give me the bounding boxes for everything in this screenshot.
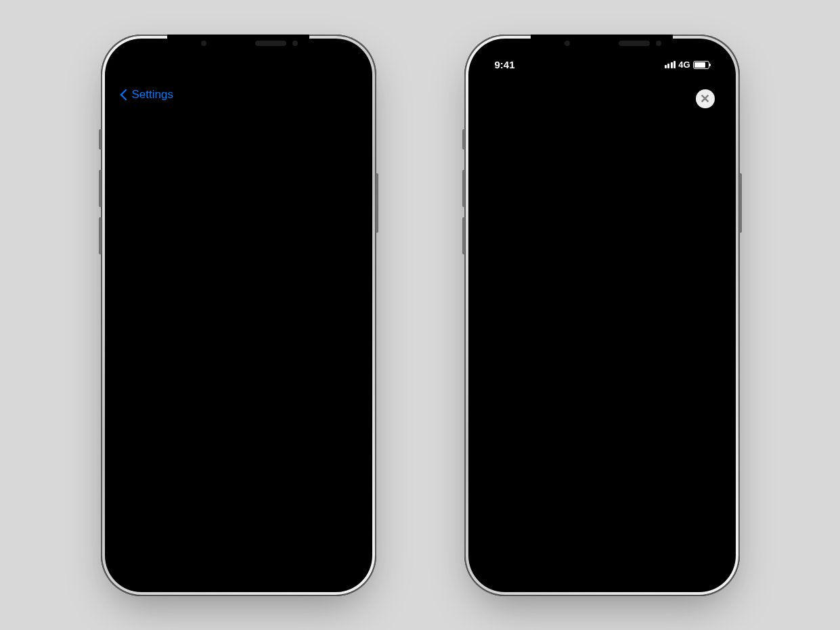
back-label: Settings (132, 88, 173, 102)
power-button (739, 173, 742, 233)
volume-down (99, 217, 102, 254)
group-header: IOS 13 (116, 110, 361, 137)
phone-left: 9:41 4G Settings Wallpaper IOS 13 Choose… (101, 35, 376, 596)
signal-icon (665, 61, 676, 68)
abstract-swatch[interactable] (245, 422, 272, 449)
silent-switch (99, 129, 102, 150)
signal-icon (301, 61, 313, 68)
appearance-icon (625, 494, 638, 508)
silent-switch (462, 129, 465, 150)
volume-down (462, 217, 465, 254)
network-label: 4G (678, 60, 690, 70)
add-photo-button[interactable]: + (699, 154, 710, 173)
appearance-icon (702, 494, 711, 508)
nav-bar: Settings Wallpaper (116, 80, 361, 110)
back-button[interactable]: Settings (122, 88, 173, 102)
wallpaper-card-green[interactable] (648, 359, 711, 512)
dark-dims-switch[interactable] (315, 522, 350, 543)
close-icon: ✕ (700, 91, 710, 106)
close-button[interactable]: ✕ (696, 89, 715, 108)
sheet-title: Collections (480, 88, 724, 154)
battery-icon (330, 61, 346, 69)
photos-section-title: Photos (493, 156, 700, 172)
orange-swatch-2[interactable] (206, 422, 233, 449)
black-swatch[interactable] (127, 422, 154, 449)
current-wallpaper-frame[interactable] (130, 176, 334, 388)
classic-stripes-title: Classic Stripes (493, 526, 711, 543)
phone-right: 9:41 4G ✕ Collections Photos + (464, 35, 740, 596)
current-wallpaper-label: This is Your Current Wallpaper (116, 459, 361, 493)
page-title: Wallpaper (211, 88, 266, 102)
stripe-yellow[interactable] (567, 549, 636, 568)
home-indicator[interactable] (194, 573, 282, 577)
photos-placeholder (493, 180, 711, 336)
swatch-row (116, 422, 361, 459)
status-time: 9:41 (495, 59, 515, 70)
dark-dims-label: Dark Appearance Dims Wallpaper (127, 525, 300, 539)
wallpaper-preview-row (116, 168, 361, 397)
network-label: 4G (315, 60, 326, 70)
classic-stripes-row (480, 549, 724, 568)
dark-dims-toggle-row: Dark Appearance Dims Wallpaper (116, 514, 361, 551)
wallpaper-card-orange[interactable] (493, 359, 565, 512)
wallpaper-lock-preview (135, 181, 231, 384)
ios13-section-title: iOS 13 (493, 336, 711, 352)
battery-icon (693, 61, 709, 69)
notch (167, 35, 309, 56)
orange-swatch[interactable] (167, 422, 194, 449)
appearance-icon (548, 494, 561, 508)
volume-up (462, 170, 465, 207)
choose-wallpaper-link[interactable]: Choose a New Wallpaper (116, 137, 361, 168)
wallpaper-card-blue[interactable] (571, 359, 642, 512)
status-time: 9:41 (131, 59, 152, 70)
ios13-card-row (493, 359, 711, 512)
collections-sheet: ✕ Collections Photos + iOS 13 (480, 83, 724, 581)
notch (531, 35, 673, 56)
stripe-orange[interactable] (642, 549, 711, 568)
chevron-left-icon (120, 89, 131, 100)
volume-up (99, 170, 102, 207)
home-screen-appearance-label: HOME SCREEN APPEARANCE (127, 407, 251, 416)
next-wallpaper-peek[interactable] (338, 176, 350, 379)
appearance-labels-row: HOME SCREEN APPEARANCE SMART GRADIENT (116, 397, 361, 422)
power-button (376, 173, 378, 233)
home-indicator[interactable] (558, 573, 646, 577)
smart-gradient-label: SMART GRADIENT (273, 407, 350, 416)
stripe-green[interactable] (493, 549, 562, 568)
wallpaper-home-preview (234, 181, 330, 384)
